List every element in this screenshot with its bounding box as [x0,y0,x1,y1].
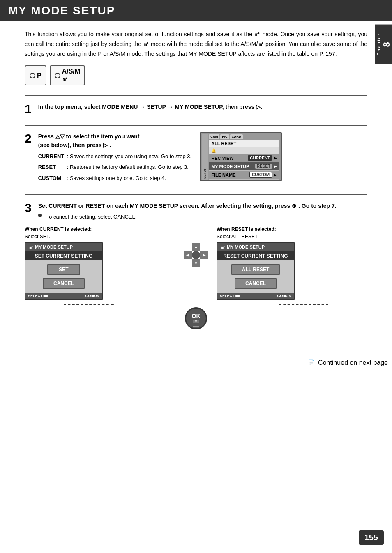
lcd-current-body: SET CANCEL [25,260,102,293]
asm-label: A/S/M㎡ [62,68,80,83]
lcd-reset-header: ㎡ MY MODE SETUP [217,243,294,251]
item-reset: RESET : Restores the factory default set… [38,163,192,172]
panel-current: When CURRENT is selected: Select SET. ㎡ … [25,226,175,300]
panel-reset-sublabel: Select ALL RESET. [217,234,367,240]
mode-icons-row: P A/S/M㎡ [25,65,367,85]
title-bar: MY MODE SETUP [0,0,392,21]
panel-reset-label: When RESET is selected: [217,226,367,232]
chapter-word: Chapter [376,33,381,56]
mode-p-icon: P [25,65,46,85]
item-current: CURRENT : Saves the settings you are usi… [38,152,192,161]
lcd-current-footer: SELECT◀▶ GO◀OK [25,293,102,299]
p-label: P [37,72,42,79]
ok-button[interactable]: OK ≡ [185,307,207,329]
item-reset-desc: : Restores the factory default settings.… [67,163,192,172]
menu-all-reset: ALL RESET [209,140,279,147]
dpad-down[interactable]: ▼ [192,259,200,267]
menu-rec-view: REC VIEW CURRENT ▶ [209,154,279,162]
current-badge: CURRENT [248,155,272,161]
lcd-mode-icon: ㎡ [29,244,33,250]
footer-select-left: SELECT◀▶ [28,294,48,298]
step2-layout: Press △▽ to select the item you want(see… [38,132,282,184]
my-mode-arrow: ▶ [274,164,277,168]
lcd-reset-title: RESET CURRENT SETTING [217,251,294,260]
my-mode-name: MY MODE SETUP [211,164,254,169]
item-custom: CUSTOM : Saves settings one by one. Go t… [38,174,192,183]
dpad-right[interactable]: ▶ [200,251,208,259]
footer-select-right: SELECT◀▶ [220,294,240,298]
ok-area: → OK ≡ [25,304,367,333]
step3-note-text: To cancel the setting, select CANCEL. [46,214,137,220]
step2-desc: CURRENT : Saves the settings you are usi… [38,152,192,182]
lcd-current-header: ㎡ MY MODE SETUP [25,243,102,251]
step2-text: Press △▽ to select the item you want(see… [38,132,192,184]
lcd-cancel-button-left[interactable]: CANCEL [43,278,85,289]
item-current-desc: : Saves the settings you are using now. … [67,152,192,161]
vert-dashed-line [196,275,196,291]
step1-content: In the top menu, select MODE MENU → SETU… [38,103,262,114]
panel-reset: When RESET is selected: Select ALL RESET… [217,226,367,300]
dpad-center [192,251,200,259]
main-content: This function allows you to make your or… [0,21,392,351]
panel-mid: ▲ ▼ ◀ ▶ [180,226,212,291]
lcd-cancel-button-right[interactable]: CANCEL [235,278,277,289]
section-divider-2 [25,125,367,126]
continued-icon: 📄 [308,359,315,366]
item-reset-label: RESET [38,163,67,172]
dpad: ▲ ▼ ◀ ▶ [184,243,208,267]
step3-title: Set CURRENT or RESET on each MY MODE SET… [38,202,367,210]
lcd-reset-footer: SELECT◀▶ GO◀OK [217,293,294,299]
item-custom-label: CUSTOM [38,174,67,183]
item-custom-desc: : Saves settings one by one. Go to step … [67,174,192,183]
lcd-reset-mode-icon: ㎡ [221,244,225,250]
sound-icon: 🔔 [211,148,216,153]
continued-row: 📄 Continued on next page [0,359,392,366]
footer-go-right: GO◀OK [277,294,291,298]
panel-current-sublabel: Select SET. [25,234,175,240]
step-3: 3 Set CURRENT or RESET on each MY MODE S… [25,202,367,333]
step-1: 1 In the top menu, select MODE MENU → SE… [25,103,367,115]
dpad-left[interactable]: ◀ [184,251,192,259]
step3-content: Set CURRENT or RESET on each MY MODE SET… [38,202,367,220]
page-title: MY MODE SETUP [8,4,115,17]
chapter-number: 8 [381,33,392,56]
file-name-label: FILE NAME [211,173,248,177]
lcd-reset-header-text: MY MODE SETUP [227,244,265,249]
footer-go-left: GO◀OK [85,294,99,298]
lcd-header-text: MY MODE SETUP [35,244,73,249]
lcd-reset-screen: ㎡ MY MODE SETUP RESET CURRENT SETTING AL… [217,242,295,300]
section-divider-3 [25,194,367,195]
step-2: 2 Press △▽ to select the item you want(s… [25,132,367,184]
menu-icon-row: 🔔 [209,147,279,154]
page-number: 155 [359,530,384,545]
chapter-tab: Chapter 8 [375,25,392,64]
lcd-current-screen: ㎡ MY MODE SETUP SET CURRENT SETTING SET … [25,242,103,300]
item-current-label: CURRENT [38,152,67,161]
dashed-arrow-line: → [64,304,113,305]
panels-wrapper: When CURRENT is selected: Select SET. ㎡ … [25,226,367,300]
file-name-arrow: ▶ [274,173,277,177]
step3-number: 3 [25,202,32,214]
section-divider-1 [25,95,367,96]
rec-view-arrow: ▶ [274,156,277,160]
lcd-set-button[interactable]: SET [47,264,80,275]
custom-badge: CUSTOM [249,172,272,178]
step1-number: 1 [25,103,32,115]
step3-note-row: To cancel the setting, select CANCEL. [38,214,367,220]
mode-asm-icon: A/S/M㎡ [50,65,85,85]
reset-badge: RESET [255,164,272,169]
step2-title: Press △▽ to select the item you want(see… [38,132,192,150]
lcd-current-title: SET CURRENT SETTING [25,251,102,260]
lcd-allreset-button[interactable]: ALL RESET [231,264,280,275]
dpad-up[interactable]: ▲ [192,243,200,251]
menu-file-name: FILE NAME CUSTOM ▶ [209,171,279,180]
dashed-arrow-line-right [279,304,328,305]
step2-number: 2 [25,132,32,145]
lcd-reset-body: ALL RESET CANCEL [217,260,294,293]
page-container: Chapter 8 MY MODE SETUP This function al… [0,0,392,553]
bullet-icon [38,214,42,217]
ok-label: OK [192,313,201,319]
continued-text: Continued on next page [318,359,388,366]
ok-sub-icon: ≡ [193,320,198,323]
rec-view-name: REC VIEW [211,156,246,161]
